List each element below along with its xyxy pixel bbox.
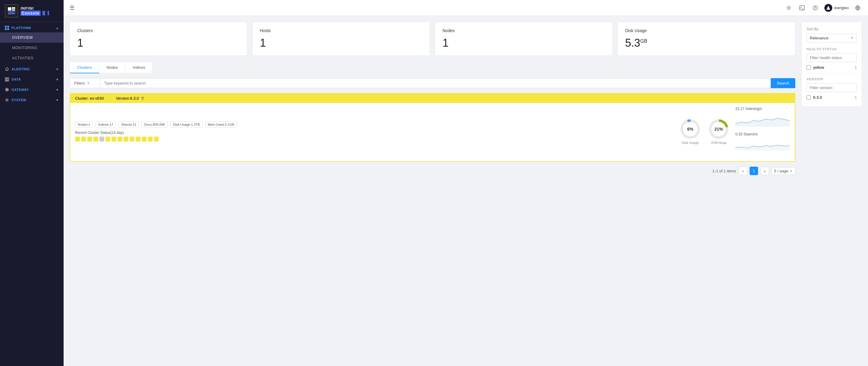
system-chevron: ▼: [56, 98, 59, 102]
status-dot: [124, 136, 128, 142]
sidebar-item-activities[interactable]: ACTIVITIES: [0, 53, 64, 63]
status-dot: [105, 136, 110, 142]
status-dots: [75, 136, 674, 142]
filter-yellow-checkbox[interactable]: [807, 65, 811, 70]
cluster-version: Version:6.3.0 ▽: [116, 96, 145, 100]
stat-card-nodes: Nodes 1: [435, 22, 613, 56]
disk-donut: 6% Disk Usage: [680, 119, 701, 145]
filters-label: Filters: [74, 81, 85, 86]
search-button[interactable]: Search: [771, 78, 795, 88]
status-dot: [112, 136, 116, 142]
filters-dropdown[interactable]: Filters ▼: [70, 78, 100, 88]
filter-yellow-count: 1: [855, 65, 857, 70]
sort-select[interactable]: Relevance ▼: [807, 34, 857, 42]
sidebar-item-monitoring[interactable]: MONITORING: [0, 43, 64, 53]
cluster-card: Cluster: es-v630 Version:6.3.0 ▽ Nodes:1…: [70, 93, 795, 162]
user-menu[interactable]: wangwu: [825, 4, 848, 12]
settings-icon[interactable]: [784, 4, 793, 12]
svg-rect-8: [7, 28, 9, 30]
per-page-value: 5 / page: [774, 169, 788, 173]
sidebar-item-overview[interactable]: OVERVIEW: [0, 32, 64, 43]
prev-page-button[interactable]: ‹: [739, 166, 747, 175]
cluster-badges: Nodes:1 Indices:17 Shards:21 Docs:809.89…: [75, 122, 674, 127]
filter-version-label: 6.3.0: [813, 95, 822, 100]
hamburger-icon[interactable]: ☰: [70, 4, 74, 11]
alerting-chevron: ▼: [56, 67, 59, 71]
badge-mem-used: Mem Used:2.1GB: [205, 122, 237, 127]
cluster-header: Cluster: es-v630 Version:6.3.0 ▽: [70, 94, 795, 103]
filters-chevron-icon: ▼: [87, 82, 90, 85]
status-dot: [154, 136, 159, 142]
svg-rect-9: [5, 78, 9, 79]
svg-marker-26: [735, 145, 790, 151]
status-dot: [118, 136, 122, 142]
stat-card-hosts: Hosts 1: [252, 22, 430, 56]
status-dot: [130, 136, 134, 142]
per-page-chevron: ▼: [789, 170, 793, 173]
tab-clusters[interactable]: Clusters: [70, 62, 99, 73]
pagination: 1-1 of 1 items ‹ 1 › 5 / page ▼: [70, 166, 795, 175]
main-area: ☰ wangwu: [64, 0, 868, 366]
tab-nodes[interactable]: Nodes: [99, 62, 126, 73]
user-avatar: [825, 4, 832, 12]
badge-nodes: Nodes:1: [75, 122, 93, 127]
help-icon[interactable]: [811, 4, 819, 12]
health-status-title: HEALTH STATUS: [807, 47, 857, 51]
sort-chevron-icon: ▼: [850, 36, 854, 40]
version-title: VERSION: [807, 77, 857, 81]
version-filter[interactable]: [807, 83, 857, 92]
platform-header[interactable]: PLATFORM ▲: [0, 22, 64, 32]
logo-bars: ▐▌▐: [41, 11, 49, 15]
sort-by-label: Sort By: [807, 27, 857, 31]
svg-rect-1: [12, 7, 15, 9]
right-panel-inner: Sort By Relevance ▼ HEALTH STATUS yellow…: [801, 22, 862, 106]
filter-version-checkbox[interactable]: [807, 95, 811, 100]
gateway-header[interactable]: GATEWAY ▼: [0, 84, 64, 94]
stat-label-disk: Disk Usage: [625, 28, 788, 33]
search-rate: 0.33 Search/s: [735, 132, 790, 136]
svg-rect-3: [8, 11, 15, 12]
svg-rect-15: [800, 6, 804, 10]
disk-label: Disk Usage: [682, 141, 699, 145]
cluster-body: Nodes:1 Indices:17 Shards:21 Docs:809.89…: [75, 106, 790, 156]
platform-label: PLATFORM: [5, 26, 31, 30]
per-page-select[interactable]: 5 / page ▼: [771, 167, 795, 175]
username: wangwu: [834, 5, 848, 10]
filter-yellow-label: yellow: [813, 65, 824, 70]
tab-bar: Clusters Nodes Indices: [70, 62, 795, 73]
health-status-filter[interactable]: [807, 53, 857, 62]
alerting-header[interactable]: ALERTING ▼: [0, 63, 64, 73]
globe-icon[interactable]: [854, 4, 862, 12]
stat-value-hosts: 1: [260, 37, 423, 50]
svg-rect-11: [5, 81, 9, 81]
system-header[interactable]: SYSTEM ▼: [0, 94, 64, 104]
search-input[interactable]: [100, 78, 771, 88]
current-page-button[interactable]: 1: [750, 166, 758, 175]
pagination-info: 1-1 of 1 items: [712, 169, 736, 173]
cluster-info: Nodes:1 Indices:17 Shards:21 Docs:809.89…: [75, 122, 674, 142]
alerting-section: ALERTING ▼: [0, 63, 64, 73]
platform-chevron: ▲: [56, 26, 59, 30]
badge-disk-usage: Disk Usage:1.3TB: [170, 122, 203, 127]
svg-rect-0: [8, 7, 11, 10]
topbar: ☰ wangwu: [64, 0, 868, 16]
stat-label-clusters: Clusters: [77, 28, 240, 33]
sidebar: INFINI Console ▐▌▐ PLATFORM ▲ OVERVIEW M…: [0, 0, 64, 366]
data-label: DATA: [5, 77, 21, 82]
sort-value: Relevance: [810, 36, 828, 40]
indexing-rate: 22.17 Indexing/s: [735, 106, 790, 111]
gateway-section: GATEWAY ▼: [0, 84, 64, 94]
next-page-button[interactable]: ›: [761, 166, 769, 175]
terminal-icon[interactable]: [798, 4, 806, 12]
logo-text: INFINI Console ▐▌▐: [21, 6, 49, 16]
status-dot: [148, 136, 153, 142]
filter-item-version: 6.3.0 1: [807, 95, 857, 100]
version-info-icon: ▽: [141, 96, 144, 100]
svg-rect-6: [7, 26, 9, 28]
logo: INFINI Console ▐▌▐: [0, 0, 64, 22]
status-dot: [93, 136, 98, 142]
tab-indices[interactable]: Indices: [125, 62, 153, 73]
search-bar: Filters ▼ Search: [70, 78, 795, 88]
data-header[interactable]: DATA ▼: [0, 73, 64, 84]
svg-point-16: [813, 6, 817, 10]
